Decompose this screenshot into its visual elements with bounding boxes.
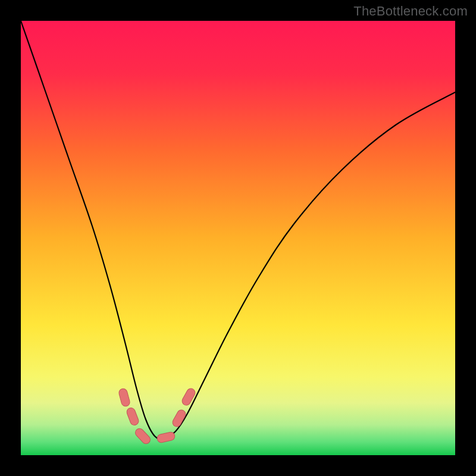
watermark-text: TheBottleneck.com xyxy=(353,4,468,19)
marker-capsule xyxy=(181,387,197,406)
chart-frame: TheBottleneck.com xyxy=(0,0,476,476)
marker-capsule xyxy=(118,388,130,408)
marker-capsule xyxy=(156,431,176,443)
bottleneck-curve xyxy=(21,21,455,439)
marker-capsule xyxy=(134,427,152,445)
marker-capsule xyxy=(126,406,140,426)
curve-layer xyxy=(21,21,455,455)
markers-group xyxy=(118,387,196,445)
plot-area xyxy=(21,21,455,455)
